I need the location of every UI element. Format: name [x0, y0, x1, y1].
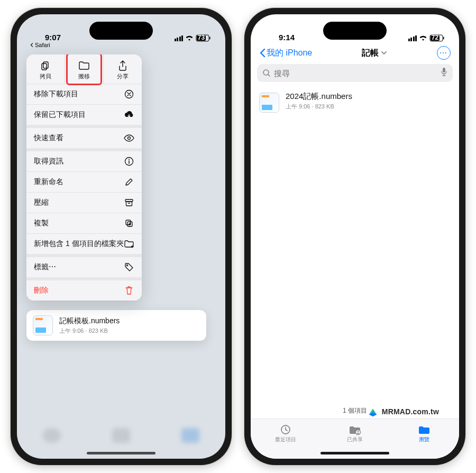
menu-item-archive[interactable]: 壓縮: [26, 192, 142, 213]
menu-item-folder-plus[interactable]: 新增包含 1 個項目的檔案夾: [26, 233, 142, 254]
status-time: 9:07: [32, 33, 74, 42]
more-button[interactable]: ⋯: [437, 46, 451, 60]
dup-icon: [124, 219, 134, 228]
wifi-icon: [419, 35, 427, 41]
svg-rect-4: [43, 62, 48, 68]
svg-point-9: [129, 159, 130, 160]
menu-item-trash[interactable]: 刪除: [26, 277, 142, 301]
watermark: MRMAD.com.tw: [367, 406, 439, 417]
share-icon: [104, 60, 142, 71]
x-circle-icon: [124, 89, 134, 99]
tab-icon: [251, 423, 320, 436]
menu-item-cloud-down[interactable]: 保留已下載項目: [26, 104, 142, 125]
svg-rect-17: [443, 37, 444, 40]
ctx-action-folder[interactable]: 搬移: [65, 54, 103, 84]
menu-item-label: 取得資訊: [34, 157, 63, 166]
watermark-logo-icon: [367, 406, 379, 417]
file-name: 記帳模板.numbers: [59, 316, 120, 326]
eye-icon: [124, 134, 134, 142]
file-row[interactable]: 2024記帳.numbers 上午 9:06 · 823 KB: [251, 86, 459, 118]
svg-rect-11: [126, 202, 132, 206]
tab-recent[interactable]: 最近項目: [251, 419, 320, 459]
blurred-tabbar: [17, 390, 225, 459]
chevron-down-icon: [381, 48, 387, 58]
cellular-icon: [408, 35, 417, 41]
ctx-action-share[interactable]: 分享: [103, 54, 142, 84]
cloud-down-icon: [124, 111, 134, 119]
status-indicators: 73: [175, 34, 211, 42]
cellular-icon: [175, 35, 184, 41]
info-icon: [124, 157, 134, 166]
tag-icon: [124, 262, 134, 272]
svg-text:72: 72: [432, 34, 439, 41]
battery-icon: 72: [429, 34, 444, 42]
copy-icon: [26, 60, 65, 71]
menu-item-dup[interactable]: 複製: [26, 213, 142, 233]
menu-item-eye[interactable]: 快速查看: [26, 125, 142, 148]
search-field[interactable]: [257, 64, 453, 82]
ctx-action-label: 分享: [104, 72, 142, 80]
tab-icon: [390, 423, 459, 436]
tab-label: 已共享: [320, 436, 389, 443]
svg-point-7: [128, 137, 131, 140]
svg-point-14: [126, 265, 127, 266]
menu-item-label: 移除下載項目: [34, 89, 78, 99]
ctx-action-label: 搬移: [65, 72, 103, 80]
context-menu: 拷貝搬移分享 移除下載項目保留已下載項目快速查看取得資訊重新命名壓縮複製新增包含…: [26, 54, 142, 301]
home-indicator[interactable]: [321, 452, 389, 454]
search-input[interactable]: [274, 69, 437, 78]
wifi-icon: [185, 35, 194, 41]
menu-item-label: 壓縮: [34, 198, 49, 207]
back-button[interactable]: 我的 iPhone: [259, 48, 312, 59]
ctx-action-label: 拷貝: [26, 72, 65, 80]
tab-label: 瀏覽: [390, 436, 459, 443]
menu-item-label: 新增包含 1 個項目的檔案夾: [34, 239, 124, 249]
pencil-icon: [124, 177, 134, 187]
tab-icon: [320, 423, 389, 436]
mic-icon[interactable]: [441, 67, 447, 79]
file-thumb-icon: [259, 93, 279, 113]
trash-icon: [124, 286, 134, 295]
svg-text:73: 73: [198, 34, 205, 41]
search-icon: [262, 69, 271, 77]
menu-item-label: 刪除: [34, 286, 49, 295]
file-meta: 上午 9:06 · 823 KB: [286, 103, 352, 111]
ctx-action-copy[interactable]: 拷貝: [26, 54, 65, 84]
tab-browse[interactable]: 瀏覽: [390, 419, 459, 459]
menu-item-label: 複製: [34, 219, 49, 228]
tab-label: 最近項目: [251, 436, 320, 443]
menu-item-label: 標籤⋯: [34, 262, 56, 272]
menu-item-x-circle[interactable]: 移除下載項目: [26, 84, 142, 104]
menu-item-label: 重新命名: [34, 177, 63, 187]
menu-item-tag[interactable]: 標籤⋯: [26, 254, 142, 277]
svg-rect-20: [443, 68, 445, 72]
file-meta: 上午 9:06 · 823 KB: [59, 327, 120, 335]
menu-item-label: 保留已下載項目: [34, 110, 86, 120]
status-time: 9:14: [266, 33, 308, 42]
folder-plus-icon: [124, 239, 134, 249]
menu-item-pencil[interactable]: 重新命名: [26, 171, 142, 192]
page-title[interactable]: 記帳: [362, 48, 387, 59]
battery-icon: 73: [196, 34, 210, 42]
home-indicator[interactable]: [87, 452, 155, 454]
nav-bar: 我的 iPhone 記帳 ⋯: [251, 43, 459, 62]
status-indicators: 72: [408, 34, 445, 42]
folder-icon: [65, 60, 103, 71]
file-preview-card[interactable]: 記帳模板.numbers 上午 9:06 · 823 KB: [26, 310, 206, 341]
menu-item-info[interactable]: 取得資訊: [26, 148, 142, 171]
archive-icon: [124, 198, 134, 207]
svg-point-23: [358, 431, 359, 433]
file-thumb-icon: [33, 315, 53, 335]
svg-rect-2: [209, 37, 210, 40]
menu-item-label: 快速查看: [34, 133, 63, 143]
svg-rect-5: [42, 63, 47, 70]
file-name: 2024記帳.numbers: [286, 92, 352, 102]
